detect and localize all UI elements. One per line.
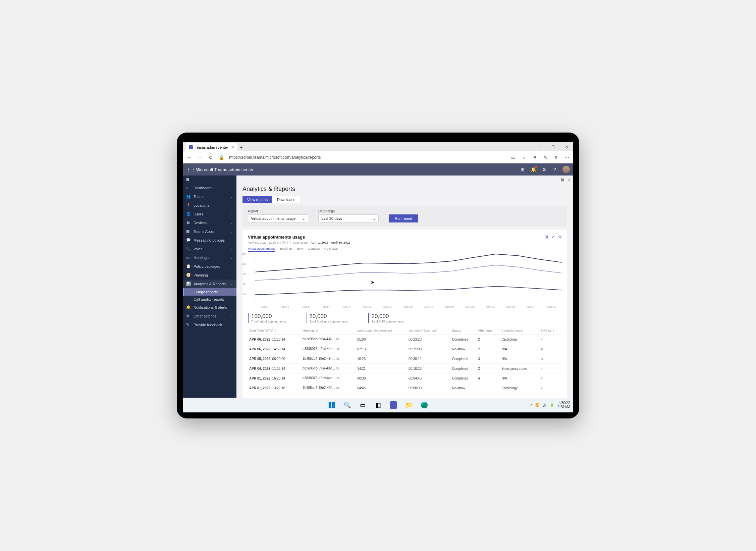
edit-icon[interactable]: ✎ <box>542 154 548 160</box>
table-row[interactable]: APR 04, 2022 11:26:14 bd2e95db-6f6a-432…… <box>248 364 562 373</box>
date-range-select[interactable]: Last 30 days ⌄ <box>318 214 379 222</box>
sidebar-item-voice[interactable]: 📞Voice⌄ <box>183 245 236 253</box>
chevron-down-icon: ⌄ <box>230 221 233 224</box>
table-row[interactable]: APR 01, 2022 13:22:18 1b485cb4-18e2-49f…… <box>248 383 562 393</box>
widgets-icon[interactable]: ◧ <box>374 401 382 409</box>
table-row[interactable]: APR 05, 2022 08:20:00 1b485cb4-18e2-49f…… <box>248 354 562 364</box>
sidebar-toggle[interactable]: ≡ <box>183 176 236 184</box>
sidebar-item-teams-apps[interactable]: ▦Teams Apps⌄ <box>183 227 236 236</box>
sidebar-item-meetings[interactable]: ▭Meetings⌄ <box>183 253 236 262</box>
maximize-button[interactable]: ☐ <box>546 142 560 151</box>
clock[interactable]: 4/30/22 9:28 AM <box>557 401 570 409</box>
chart-tab-duration[interactable]: Duration <box>308 247 320 252</box>
battery-icon[interactable]: 🔋 <box>550 403 554 407</box>
chart-x-axis: April 1April 3April 5April 7April 9April… <box>255 305 562 308</box>
share-icon[interactable]: ⇪ <box>553 154 559 160</box>
home-icon: ⌂ <box>186 186 191 190</box>
user-avatar[interactable] <box>562 166 570 173</box>
windows-taskbar: 🔍 ▭ ◧ 📁 ˄ 📶 🔊 🔋 4/30/22 9:28 AM <box>183 398 573 412</box>
device-icon: 🖥 <box>186 220 191 225</box>
search-icon[interactable]: 🔍 <box>343 401 352 409</box>
report-select[interactable]: Virtual appointments usage ⌄ <box>248 214 308 222</box>
table-row[interactable]: APR 01, 2022 16:26:14 a3838078-d21x-44d…… <box>248 373 562 383</box>
sidebar-sub-call-quality-reports[interactable]: Call quality reports <box>183 296 236 303</box>
run-report-button[interactable]: Run report <box>389 214 418 222</box>
help-icon[interactable]: ? <box>552 166 558 172</box>
copy-icon[interactable]: ⧉ <box>336 386 339 390</box>
task-view-icon[interactable]: ▭ <box>358 401 367 409</box>
table-header[interactable]: Status <box>451 327 477 335</box>
copy-icon[interactable]: ⧉ <box>336 337 339 341</box>
explorer-icon[interactable]: 📁 <box>404 401 413 409</box>
favorite-icon[interactable]: ☆ <box>521 154 527 160</box>
report-settings-icon[interactable]: ⚙ <box>558 235 562 239</box>
close-tab-icon[interactable]: × <box>231 145 234 150</box>
filter-panel: Report Virtual appointments usage ⌄ Date… <box>242 205 567 227</box>
sidebar-item-planning[interactable]: 🧭Planning⌄ <box>183 271 236 280</box>
minimize-button[interactable]: ─ <box>533 142 546 151</box>
sidebar-item-other-settings[interactable]: ⚙Other settings⌄ <box>183 312 236 320</box>
table-header[interactable]: Meeting ID <box>301 327 356 335</box>
sidebar-item-provide-feedback[interactable]: ✎Provide feedback <box>183 320 236 329</box>
export-excel-icon[interactable]: ⊞ <box>545 235 548 239</box>
notifications-icon[interactable]: 🔔 <box>530 166 536 172</box>
sidebar-item-policy-packages[interactable]: 📋Policy packages <box>183 262 236 271</box>
url-field[interactable]: https://admin.teams.microsoft.com/analyt… <box>229 155 505 160</box>
teams-taskbar-icon[interactable] <box>389 401 398 409</box>
table-header[interactable]: Lobby wait time (mm:ss) <box>356 327 407 335</box>
wifi-icon[interactable]: 📶 <box>535 403 539 407</box>
close-window-button[interactable]: ✕ <box>560 142 573 151</box>
start-button[interactable] <box>327 401 336 409</box>
sidebar-item-users[interactable]: 👤Users⌄ <box>183 210 236 218</box>
sidebar-item-dashboard[interactable]: ⌂Dashboard <box>183 184 236 192</box>
forward-button[interactable]: → <box>197 154 203 160</box>
tray-expand-icon[interactable]: ˄ <box>530 403 532 407</box>
sidebar-item-locations[interactable]: 📍Locations⌄ <box>183 201 236 210</box>
sidebar-item-notifications-alerts[interactable]: 🔔Notifications & alerts⌄ <box>183 303 236 312</box>
back-button[interactable]: ← <box>186 154 192 160</box>
table-row[interactable]: APR 06, 2022 11:26:14 bd2e95db-6f6a-432…… <box>248 335 562 344</box>
reading-mode-icon[interactable]: ▭ <box>510 154 516 160</box>
chart-tab-noshows[interactable]: No-shows <box>324 247 338 252</box>
table-header[interactable]: Start Time (UTC) ↓ <box>248 327 301 335</box>
chevron-down-icon: ⌄ <box>230 247 233 251</box>
sidebar-sub-usage-reports[interactable]: Usage reports <box>183 288 236 296</box>
volume-icon[interactable]: 🔊 <box>543 403 547 407</box>
chart-tab-virtual[interactable]: Virtual appointments <box>248 247 275 252</box>
new-tab-button[interactable]: + <box>237 143 246 151</box>
table-header[interactable]: Attendees <box>477 327 500 335</box>
copy-icon[interactable]: ⧉ <box>336 357 339 360</box>
more-icon[interactable]: ⋯ <box>564 154 570 160</box>
app-launcher-icon[interactable]: ⋮⋮⋮ <box>186 167 196 172</box>
appointments-table: Start Time (UTC) ↓Meeting IDLobby wait t… <box>248 327 562 393</box>
table-header[interactable]: Calendar name <box>500 327 539 335</box>
copy-icon[interactable]: ⧉ <box>337 376 339 380</box>
report-meta: April 30, 2022 11:59 am (PT) | Date rang… <box>248 241 562 244</box>
browser-tab[interactable]: Teams admin center × <box>185 143 237 151</box>
sidebar-item-label: Dashboard <box>194 186 212 190</box>
fullscreen-icon[interactable]: ⤢ <box>568 178 571 182</box>
sidebar-item-devices[interactable]: 🖥Devices⌄ <box>183 218 236 227</box>
sidebar-item-analytics-reports[interactable]: 📊Analytics & Reports⌄ <box>183 280 236 288</box>
table-header[interactable]: Duration (hh:mm:ss) <box>407 327 451 335</box>
copy-icon[interactable]: ⧉ <box>337 347 339 351</box>
table-header[interactable]: SMS sent <box>539 327 562 335</box>
table-row[interactable]: APR 06, 2022 14:53:14 a3838078-d21x-44d…… <box>248 344 562 354</box>
layout-icon[interactable]: ▦ <box>561 178 564 182</box>
system-tray: ˄ 📶 🔊 🔋 4/30/22 9:28 AM <box>530 401 570 409</box>
expand-icon[interactable]: ⤢ <box>551 235 555 239</box>
app-title: Microsoft Teams admin center <box>196 167 254 172</box>
sidebar-item-messaging-policies[interactable]: 💬Messaging policies <box>183 236 236 245</box>
teams-app-icon[interactable]: ⊞ <box>520 166 526 172</box>
sidebar-item-teams[interactable]: 👥Teams⌄ <box>183 192 236 201</box>
chart-tab-bookings[interactable]: Bookings <box>280 247 292 252</box>
chart-tab-ehr[interactable]: EHR <box>297 247 304 252</box>
menu-lines-icon[interactable]: ≡ <box>532 154 538 160</box>
copy-icon[interactable]: ⧉ <box>336 366 339 370</box>
refresh-button[interactable]: ↻ <box>208 154 214 160</box>
tab-view-reports[interactable]: View reports <box>242 196 272 203</box>
tab-downloads[interactable]: Downloads <box>272 196 300 203</box>
settings-icon[interactable]: ⚙ <box>541 166 547 172</box>
edge-icon[interactable] <box>420 401 429 409</box>
report-panel: ⊞ ⤢ ⚙ Virtual appointments usage April 3… <box>242 230 567 398</box>
